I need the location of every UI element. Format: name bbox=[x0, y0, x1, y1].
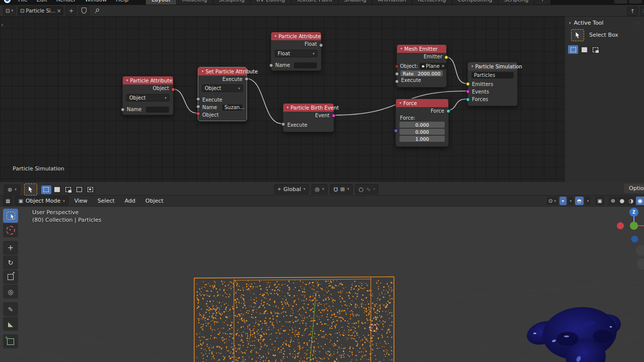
parent-node-tree-button[interactable]: ↑ bbox=[627, 7, 638, 16]
active-tool-panel-header[interactable]: ▾ Active Tool ∷∷ bbox=[565, 17, 644, 28]
socket-object-out[interactable] bbox=[171, 87, 175, 92]
socket-execute-out[interactable] bbox=[245, 77, 249, 81]
options-button[interactable]: Options bbox=[624, 184, 644, 193]
node-header[interactable]: ▾Particle Attribute bbox=[123, 76, 173, 84]
select-mode-intersect[interactable] bbox=[86, 186, 96, 194]
menu-view[interactable]: View bbox=[70, 198, 92, 204]
workspace-tab-layout[interactable]: Layout bbox=[146, 0, 176, 5]
panel-grip-icon[interactable]: ∷∷ bbox=[634, 21, 640, 26]
node-header[interactable]: ▾Particle Attribute bbox=[271, 32, 321, 40]
menu-add[interactable]: Add bbox=[121, 198, 139, 204]
gizmo-z-axis[interactable]: Z bbox=[629, 208, 638, 217]
select-mode-subtract[interactable] bbox=[63, 186, 73, 194]
node-header[interactable]: ▾Mesh Emitter bbox=[397, 45, 446, 53]
collapse-icon[interactable]: ▾ bbox=[275, 34, 277, 38]
snap-target-icon[interactable]: ⊞ bbox=[340, 186, 345, 193]
workspace-tab-uv-editing[interactable]: UV Editing bbox=[251, 0, 291, 5]
proportional-editing-icon[interactable]: ○ bbox=[359, 186, 364, 193]
socket-event-out[interactable] bbox=[332, 114, 336, 118]
attribute-type-select[interactable]: Object▾ bbox=[202, 84, 243, 92]
tool-cursor[interactable] bbox=[3, 223, 18, 237]
gizmos-toggle[interactable]: ⌖ bbox=[559, 197, 567, 205]
collapse-icon[interactable]: ▾ bbox=[126, 78, 128, 82]
node-force[interactable]: ▾Force Force Force: 0.000 0.000 1.000 bbox=[395, 99, 449, 147]
socket-rate-in[interactable] bbox=[395, 72, 399, 76]
socket-events-in[interactable] bbox=[466, 89, 470, 94]
tool-options-dropdown[interactable]: ⊛▾ bbox=[4, 185, 20, 195]
collapse-icon[interactable]: ▾ bbox=[399, 101, 401, 105]
menu-file[interactable]: File bbox=[14, 0, 32, 3]
tool-add-cube[interactable] bbox=[3, 334, 18, 348]
collapse-icon[interactable]: ▾ bbox=[400, 47, 403, 51]
node-header[interactable]: ▾Particle Simulation bbox=[468, 62, 517, 70]
editor-type-selector[interactable]: ▦ bbox=[3, 196, 13, 206]
node-header[interactable]: ▾Particle Birth Event bbox=[283, 104, 334, 112]
mode-dropdown[interactable]: ▣ Object Mode ▾ bbox=[15, 196, 68, 206]
pin-button[interactable] bbox=[92, 7, 102, 15]
tool-rotate[interactable]: ↻ bbox=[3, 255, 18, 269]
xray-toggle[interactable]: ▣ bbox=[595, 197, 604, 205]
object-field[interactable]: ▪ Plane × bbox=[420, 63, 447, 69]
workspace-tab-texture-paint[interactable]: Texture Paint bbox=[291, 0, 339, 5]
toolbar-expand-arrow[interactable]: › bbox=[1, 22, 3, 28]
socket-execute-in[interactable] bbox=[395, 79, 399, 83]
transform-orientation-dropdown[interactable]: ⌖ Global ▾ bbox=[274, 184, 309, 194]
workspace-tab-scripting[interactable]: Scripting bbox=[498, 0, 534, 5]
menu-help[interactable]: Help bbox=[111, 0, 133, 3]
unlink-datablock-icon[interactable]: × bbox=[57, 8, 61, 14]
node-editor-canvas[interactable]: › ▾Particle Attribute Object Object▾ Nam… bbox=[0, 17, 644, 182]
select-box-tool-icon[interactable] bbox=[571, 29, 584, 41]
menu-window[interactable]: Window bbox=[80, 0, 111, 3]
menu-select[interactable]: Select bbox=[94, 198, 119, 204]
node-header[interactable]: ▾Force bbox=[396, 99, 448, 107]
new-node-tree-button[interactable]: + bbox=[65, 6, 76, 16]
node-mesh-emitter[interactable]: ▾Mesh Emitter Emitter Object: ▪ Plane × … bbox=[396, 44, 447, 87]
select-mode-extend[interactable] bbox=[52, 186, 62, 194]
scene-selector-icon[interactable] bbox=[614, 0, 627, 4]
tool-transform[interactable]: ◎ bbox=[3, 285, 18, 299]
clear-object-icon[interactable]: × bbox=[441, 62, 445, 70]
active-tool-button[interactable] bbox=[24, 184, 37, 196]
workspace-tab-sculpting[interactable]: Sculpting bbox=[213, 0, 251, 5]
falloff-curve-icon[interactable]: ∿ bbox=[366, 186, 371, 193]
menu-render[interactable]: Render bbox=[52, 0, 80, 3]
object-visibility-dropdown[interactable]: ⊙▾ bbox=[546, 197, 558, 205]
workspace-tab-rendering[interactable]: Rendering bbox=[412, 0, 452, 5]
select-mode-set[interactable] bbox=[568, 45, 578, 54]
gizmo-neg-z-axis[interactable] bbox=[631, 235, 638, 243]
socket-name-in[interactable] bbox=[121, 108, 125, 112]
name-field[interactable]: Suzan... bbox=[222, 105, 243, 111]
magnet-icon[interactable]: Ω bbox=[334, 186, 338, 193]
gizmo-y-axis[interactable] bbox=[630, 222, 638, 230]
node-particle-birth-event[interactable]: ▾Particle Birth Event Event Execute bbox=[283, 103, 334, 132]
pivot-point-dropdown[interactable]: ◎▾ bbox=[311, 184, 328, 194]
attribute-type-select[interactable]: Float▾ bbox=[275, 50, 317, 57]
select-mode-extend[interactable] bbox=[579, 45, 589, 54]
simulation-name-field[interactable]: Particles bbox=[471, 72, 514, 78]
viewport-3d[interactable]: User Perspective (80) Collection | Parti… bbox=[0, 207, 644, 362]
socket-execute-in[interactable] bbox=[281, 122, 285, 126]
shading-wireframe[interactable]: ⊕ bbox=[609, 197, 617, 205]
force-y-field[interactable]: 0.000 bbox=[399, 129, 445, 135]
name-field[interactable] bbox=[146, 107, 169, 113]
overlays-toggle[interactable]: ◓ bbox=[575, 197, 584, 205]
attribute-type-select[interactable]: Object▾ bbox=[126, 94, 170, 102]
tool-scale[interactable] bbox=[3, 270, 18, 284]
force-x-field[interactable]: 0.000 bbox=[399, 122, 445, 128]
view-layer-selector-icon[interactable] bbox=[629, 0, 642, 4]
tool-measure[interactable]: ◣ bbox=[3, 317, 18, 331]
socket-float-out[interactable] bbox=[319, 43, 323, 47]
menu-object[interactable]: Object bbox=[141, 198, 168, 204]
fake-user-button[interactable] bbox=[78, 6, 90, 16]
shading-solid[interactable]: ● bbox=[618, 197, 626, 205]
chevron-down-icon[interactable]: ▾ bbox=[373, 187, 375, 191]
socket-execute-in[interactable] bbox=[196, 97, 200, 101]
chevron-down-icon[interactable]: ▾ bbox=[348, 187, 350, 191]
socket-forces-in[interactable] bbox=[466, 98, 470, 102]
workspace-tab-animation[interactable]: Animation bbox=[372, 0, 412, 5]
collapse-icon[interactable]: ▾ bbox=[202, 69, 204, 73]
select-mode-subtract[interactable] bbox=[590, 45, 600, 54]
editor-type-selector[interactable]: ⊡ ▾ bbox=[3, 6, 16, 16]
node-particle-simulation[interactable]: ▾Particle Simulation Particles Emitters … bbox=[467, 62, 518, 106]
force-z-field[interactable]: 1.000 bbox=[399, 136, 445, 142]
